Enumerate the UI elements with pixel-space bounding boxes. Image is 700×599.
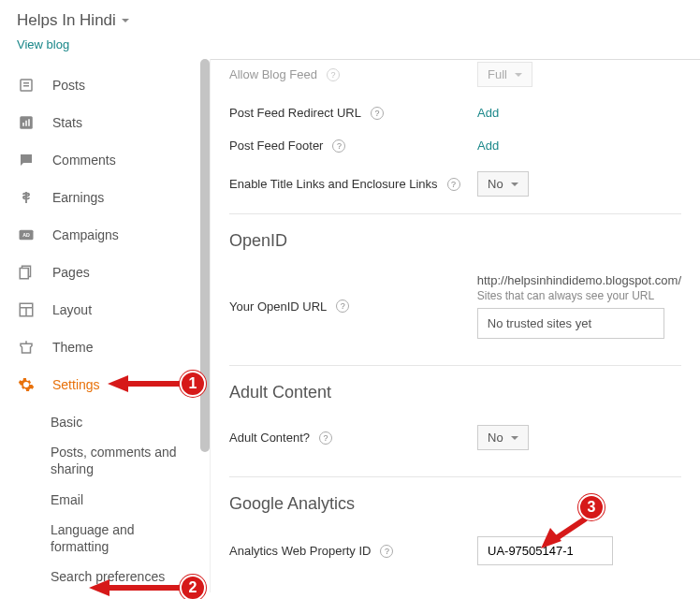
help-icon[interactable]: ?: [380, 545, 393, 558]
settings-sub-menu: Basic Posts, comments and sharing Email …: [0, 403, 210, 599]
sidebar-item-label: Comments: [52, 153, 116, 168]
earnings-icon: [17, 188, 36, 207]
blog-title-text: Helps In Hindi: [17, 11, 116, 30]
sidebar-item-comments[interactable]: Comments: [0, 141, 210, 179]
adult-content-label: Adult Content?: [229, 431, 310, 445]
adult-content-select[interactable]: No: [477, 425, 529, 450]
sidebar-item-label: Pages: [52, 265, 90, 280]
svg-rect-4: [22, 123, 24, 126]
openid-section-title: OpenID: [229, 231, 681, 251]
post-feed-redirect-label: Post Feed Redirect URL: [229, 106, 361, 120]
allow-blog-feed-select[interactable]: Full: [477, 62, 532, 87]
allow-blog-feed-label: Allow Blog Feed: [229, 67, 317, 81]
select-value: No: [488, 431, 503, 445]
chevron-down-icon: [515, 73, 522, 77]
sidebar-item-posts[interactable]: Posts: [0, 66, 210, 104]
help-icon[interactable]: ?: [336, 300, 349, 313]
theme-icon: [17, 338, 36, 357]
post-feed-footer-add[interactable]: Add: [477, 139, 499, 153]
sidebar-item-label: Campaigns: [52, 227, 119, 242]
annotation-number: 2: [180, 575, 206, 599]
help-icon[interactable]: ?: [371, 107, 384, 120]
sub-item-language[interactable]: Language and formatting: [51, 515, 210, 562]
svg-marker-19: [541, 528, 561, 548]
sidebar: Posts Stats Comments Earnings AD Campaig…: [0, 59, 211, 592]
enable-title-links-select[interactable]: No: [477, 171, 529, 197]
blog-title-dropdown[interactable]: Helps In Hindi: [17, 11, 683, 30]
sidebar-item-label: Settings: [52, 377, 100, 392]
svg-marker-17: [89, 579, 109, 596]
post-feed-footer-label: Post Feed Footer: [229, 139, 323, 153]
adult-section-title: Adult Content: [229, 383, 681, 402]
chevron-down-icon: [511, 436, 518, 440]
svg-rect-10: [20, 269, 28, 279]
sidebar-item-pages[interactable]: Pages: [0, 254, 210, 291]
annotation-1: 1: [180, 371, 206, 397]
analytics-id-label: Analytics Web Property ID: [229, 544, 371, 558]
sub-item-email[interactable]: Email: [51, 485, 210, 515]
openid-note: Sites that can always see your URL: [477, 289, 681, 302]
arrow-icon: [108, 372, 182, 396]
comments-icon: [17, 151, 36, 169]
help-icon[interactable]: ?: [332, 139, 345, 153]
sidebar-item-theme[interactable]: Theme: [0, 329, 210, 366]
sidebar-item-label: Posts: [52, 78, 85, 93]
sidebar-item-label: Layout: [52, 302, 92, 317]
svg-rect-5: [25, 121, 27, 126]
svg-text:AD: AD: [22, 232, 30, 238]
arrow-icon: [89, 576, 182, 599]
openid-url-value: http://helpsinhindidemo.blogspot.com/: [477, 273, 681, 287]
sidebar-item-earnings[interactable]: Earnings: [0, 179, 210, 216]
chevron-down-icon: [511, 183, 518, 186]
pages-icon: [17, 263, 36, 282]
sidebar-item-label: Stats: [52, 115, 82, 130]
help-icon[interactable]: ?: [447, 178, 460, 191]
help-icon[interactable]: ?: [327, 68, 340, 81]
analytics-section-title: Google Analytics: [229, 494, 681, 514]
annotation-number: 3: [578, 494, 605, 520]
posts-icon: [17, 76, 36, 95]
svg-marker-15: [108, 375, 128, 392]
sidebar-item-layout[interactable]: Layout: [0, 291, 210, 329]
sidebar-item-stats[interactable]: Stats: [0, 104, 210, 141]
sidebar-item-label: Earnings: [52, 190, 104, 205]
sidebar-item-label: Theme: [52, 340, 94, 355]
view-blog-link[interactable]: View blog: [17, 37, 69, 51]
svg-rect-6: [28, 119, 30, 126]
layout-icon: [17, 300, 36, 319]
gear-icon: [17, 375, 36, 394]
sub-item-basic[interactable]: Basic: [51, 407, 210, 437]
annotation-number: 1: [180, 371, 206, 397]
help-icon[interactable]: ?: [319, 431, 332, 445]
select-value: No: [488, 177, 503, 191]
trusted-sites-box: No trusted sites yet: [477, 308, 664, 339]
annotation-2: 2: [180, 575, 206, 599]
sub-item-posts-comments[interactable]: Posts, comments and sharing: [51, 437, 210, 484]
annotation-3: 3: [578, 494, 605, 520]
select-value: Full: [488, 67, 507, 81]
openid-url-label: Your OpenID URL: [229, 300, 327, 314]
sidebar-item-campaigns[interactable]: AD Campaigns: [0, 216, 210, 254]
chevron-down-icon: [122, 19, 129, 22]
campaigns-icon: AD: [17, 226, 36, 244]
enable-title-links-label: Enable Title Links and Enclosure Links: [229, 177, 438, 191]
post-feed-redirect-add[interactable]: Add: [477, 106, 499, 120]
stats-icon: [17, 113, 36, 132]
content-area: Allow Blog Feed ? Full Post Feed Redirec…: [211, 59, 700, 592]
